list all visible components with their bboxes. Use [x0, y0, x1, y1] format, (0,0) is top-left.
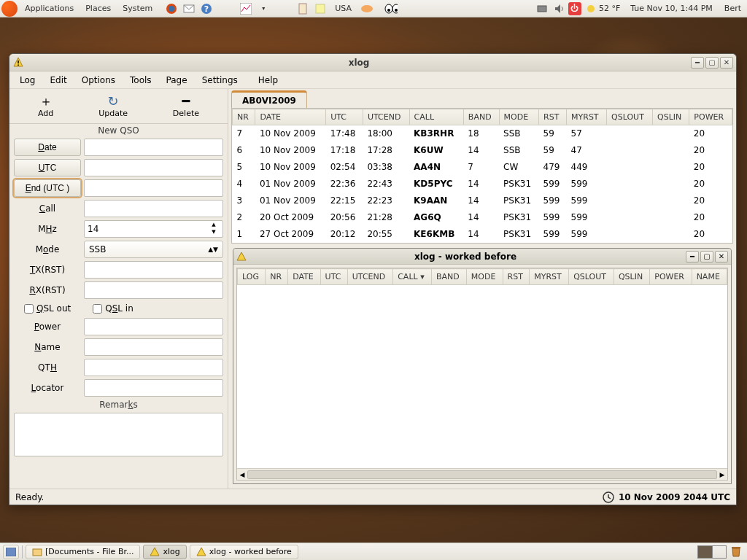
update-button[interactable]: ↻Update: [91, 93, 135, 120]
tab-log[interactable]: AB0VI2009: [231, 90, 307, 108]
locator-field[interactable]: [84, 379, 223, 397]
trash-icon[interactable]: [729, 545, 744, 559]
name-field[interactable]: [84, 338, 223, 356]
sub-col[interactable]: NR: [266, 269, 288, 285]
menu-places[interactable]: Places: [80, 4, 117, 13]
col-band[interactable]: BAND: [463, 109, 499, 125]
col-utcend[interactable]: UTCEND: [363, 109, 409, 125]
qsl-in-checkbox[interactable]: QSL in: [93, 303, 133, 314]
user-menu[interactable]: Bert: [719, 4, 747, 13]
sub-minimize-button[interactable]: ━: [686, 251, 699, 262]
sub-col[interactable]: QSLOUT: [569, 269, 614, 285]
mode-combo[interactable]: SSB▲▼: [84, 241, 223, 258]
task-button[interactable]: [Documents - File Br...: [26, 545, 140, 559]
maximize-button[interactable]: ▢: [705, 57, 719, 69]
menu-applications[interactable]: Applications: [19, 4, 80, 13]
utc-field[interactable]: [84, 159, 223, 176]
remarks-field[interactable]: [14, 413, 223, 456]
titlebar[interactable]: ! xlog ━ ▢ ✕: [9, 54, 736, 71]
menu-system[interactable]: System: [117, 4, 158, 13]
power-field[interactable]: [84, 318, 223, 335]
menu-tools[interactable]: Tools: [123, 73, 159, 88]
sub-titlebar[interactable]: xlog - worked before ━ ▢ ✕: [233, 249, 731, 265]
show-desktop-button[interactable]: [3, 545, 19, 559]
date-button[interactable]: Date: [14, 139, 81, 156]
table-row[interactable]: 220 Oct 200920:5621:28AG6Q14PSK315995992…: [233, 209, 732, 226]
sub-col[interactable]: QSLIN: [614, 269, 649, 285]
eyes-icon[interactable]: [384, 2, 398, 15]
chart-icon[interactable]: [239, 2, 252, 15]
sub-col[interactable]: POWER: [650, 269, 692, 285]
sub-col[interactable]: CALL ▾: [393, 269, 432, 285]
add-button[interactable]: ＋Add: [31, 93, 61, 120]
close-button[interactable]: ✕: [720, 57, 733, 69]
menu-page[interactable]: Page: [159, 73, 195, 88]
col-utc[interactable]: UTC: [326, 109, 363, 125]
qth-field[interactable]: [84, 359, 223, 376]
help-icon[interactable]: ?: [200, 2, 213, 15]
log-table[interactable]: NRDATEUTCUTCENDCALLBANDMODERSTMYRSTQSLOU…: [231, 108, 733, 244]
col-myrst[interactable]: MYRST: [567, 109, 607, 125]
sub-col[interactable]: RST: [503, 269, 530, 285]
table-row[interactable]: 301 Nov 200922:1522:23K9AAN14PSK31599599…: [233, 192, 732, 209]
menu-settings[interactable]: Settings: [195, 73, 245, 88]
sub-col[interactable]: LOG: [238, 269, 266, 285]
qsl-out-checkbox[interactable]: QSL out: [24, 303, 71, 314]
col-qslin[interactable]: QSLIN: [653, 109, 689, 125]
col-rst[interactable]: RST: [539, 109, 567, 125]
sub-col[interactable]: BAND: [432, 269, 467, 285]
task-button[interactable]: xlog - worked before: [190, 545, 298, 559]
horizontal-scrollbar[interactable]: ◀ ▶: [237, 468, 727, 480]
col-qslout[interactable]: QSLOUT: [607, 109, 653, 125]
sub-col[interactable]: UTCEND: [347, 269, 392, 285]
date-field[interactable]: [84, 139, 223, 156]
sub-maximize-button[interactable]: ▢: [700, 251, 713, 262]
status-text: Ready.: [15, 492, 44, 502]
network-icon[interactable]: [535, 2, 549, 15]
table-row[interactable]: 510 Nov 200902:5403:38AA4N7CW47944920: [233, 159, 732, 176]
ubuntu-logo-icon[interactable]: [1, 1, 18, 17]
utc-button[interactable]: UTC: [14, 159, 81, 176]
weather-widget[interactable]: 52 °F: [581, 4, 624, 14]
power-icon[interactable]: ⏻: [568, 2, 581, 15]
sub-close-button[interactable]: ✕: [715, 251, 728, 262]
workspace-switcher[interactable]: [697, 545, 727, 559]
col-call[interactable]: CALL: [409, 109, 463, 125]
table-row[interactable]: 710 Nov 200917:4818:00KB3RHR18SSB595720: [233, 125, 732, 142]
notes-icon[interactable]: [314, 2, 327, 15]
clipboard-icon[interactable]: [296, 2, 309, 15]
table-row[interactable]: 127 Oct 200920:1220:55KE6KMB14PSK3159959…: [233, 226, 732, 243]
fish-icon[interactable]: [360, 2, 373, 15]
col-mode[interactable]: MODE: [499, 109, 538, 125]
keyboard-layout[interactable]: USA: [329, 4, 357, 13]
delete-button[interactable]: ━Delete: [166, 93, 206, 120]
worked-before-list[interactable]: [237, 285, 727, 468]
sub-col[interactable]: DATE: [288, 269, 320, 285]
menu-log[interactable]: Log: [12, 73, 42, 88]
dropdown-icon[interactable]: ▾: [257, 2, 270, 15]
col-power[interactable]: POWER: [689, 109, 732, 125]
call-field[interactable]: [84, 200, 223, 217]
table-row[interactable]: 401 Nov 200922:3622:43KD5PYC14PSK3159959…: [233, 176, 732, 192]
sub-col[interactable]: UTC: [320, 269, 347, 285]
end-utc-field[interactable]: [84, 179, 223, 197]
sub-col[interactable]: MODE: [466, 269, 503, 285]
table-row[interactable]: 610 Nov 200917:1817:28K6UW14SSB594720: [233, 142, 732, 159]
end-utc-button[interactable]: End (UTC ): [14, 179, 81, 197]
menu-help[interactable]: Help: [251, 73, 285, 88]
col-date[interactable]: DATE: [255, 109, 326, 125]
volume-icon[interactable]: [553, 2, 566, 15]
txrst-field[interactable]: [84, 261, 223, 279]
col-nr[interactable]: NR: [233, 109, 255, 125]
rxrst-field[interactable]: [84, 281, 223, 299]
mail-icon[interactable]: [182, 2, 196, 15]
mhz-spinbox[interactable]: 14▲▼: [84, 220, 223, 238]
minimize-button[interactable]: ━: [691, 57, 704, 69]
sub-col[interactable]: MYRST: [530, 269, 569, 285]
clock[interactable]: Tue Nov 10, 1:44 PM: [624, 4, 719, 13]
menu-edit[interactable]: Edit: [42, 73, 74, 88]
menu-options[interactable]: Options: [74, 73, 123, 88]
firefox-icon[interactable]: [165, 2, 178, 15]
task-button[interactable]: xlog: [143, 545, 186, 559]
sub-col[interactable]: NAME: [692, 269, 727, 285]
